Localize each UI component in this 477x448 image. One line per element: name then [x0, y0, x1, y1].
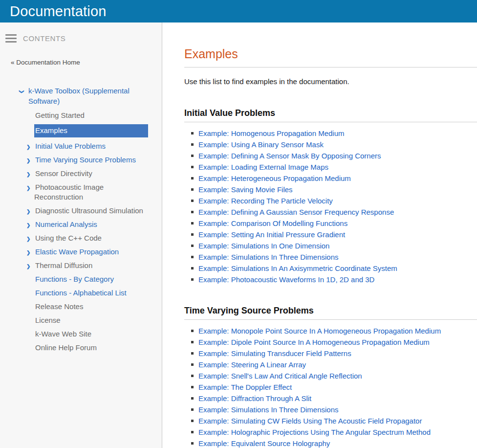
documentation-home-link[interactable]: « Documentation Home: [11, 59, 162, 66]
sidebar-item-time-varying-source-problems[interactable]: ❯Time Varying Source Problems: [34, 155, 148, 165]
list-item: Example: Simulations In An Axisymmetric …: [198, 265, 477, 272]
chevron-right-icon[interactable]: ❯: [26, 156, 30, 166]
example-link-simulating-transducer-field-patterns[interactable]: Example: Simulating Transducer Field Pat…: [198, 349, 351, 358]
chevron-right-icon[interactable]: ❯: [26, 207, 30, 217]
sidebar-item-functions-alphabetical-list[interactable]: Functions - Alphabetical List: [34, 288, 148, 298]
section-heading: Time Varying Source Problems: [184, 306, 477, 316]
example-link-steering-a-linear-array[interactable]: Example: Steering A Linear Array: [198, 360, 306, 369]
example-link-simulations-in-three-dimensions[interactable]: Example: Simulations In Three Dimensions: [198, 253, 339, 261]
sidebar-item-label: Thermal Diffusion: [34, 261, 92, 269]
example-link-loading-external-image-maps[interactable]: Example: Loading External Image Maps: [198, 163, 328, 171]
sidebar-item-elastic-wave-propagation[interactable]: ❯Elastic Wave Propagation: [34, 247, 148, 257]
example-link-diffraction-through-a-slit[interactable]: Example: Diffraction Through A Slit: [198, 394, 311, 403]
list-item: Example: Using A Binary Sensor Mask: [198, 141, 477, 148]
sidebar-item-label: Time Varying Source Problems: [34, 156, 136, 164]
list-item: Example: The Doppler Effect: [198, 383, 477, 391]
sidebar-item-functions-by-category[interactable]: Functions - By Category: [34, 274, 148, 284]
chevron-right-icon[interactable]: ❯: [26, 262, 30, 271]
sidebar-item-initial-value-problems[interactable]: ❯Initial Value Problems: [34, 141, 148, 151]
example-link-saving-movie-files[interactable]: Example: Saving Movie Files: [198, 185, 293, 194]
list-item: Example: Diffraction Through A Slit: [198, 395, 477, 402]
list-item: Example: Simulating CW Fields Using The …: [198, 417, 477, 425]
sidebar-item-k-wave-toolbox[interactable]: ❯ k-Wave Toolbox (Supplemental Software): [28, 86, 150, 106]
sidebar-item-label: Functions - By Category: [34, 275, 114, 283]
chevron-right-icon[interactable]: ❯: [26, 221, 30, 230]
list-item: Example: Defining A Sensor Mask By Oppos…: [198, 152, 477, 159]
example-link-simulations-in-an-axisymmetric-coordinate-system[interactable]: Example: Simulations In An Axisymmetric …: [198, 264, 397, 272]
sidebar-item-label: Numerical Analysis: [34, 220, 97, 228]
example-link-snell-s-law-and-critical-angle-reflection[interactable]: Example: Snell's Law And Critical Angle …: [198, 372, 362, 380]
list-item: Example: Setting An Initial Pressure Gra…: [198, 231, 477, 238]
sidebar-item-getting-started[interactable]: Getting Started: [34, 111, 148, 120]
list-item: Example: Saving Movie Files: [198, 186, 477, 193]
example-link-photoacoustic-waveforms-in-1d-2d-and-3d[interactable]: Example: Photoacoustic Waveforms In 1D, …: [198, 275, 374, 284]
example-link-using-a-binary-sensor-mask[interactable]: Example: Using A Binary Sensor Mask: [198, 140, 324, 149]
main-content: Examples Use this list to find examples …: [162, 22, 477, 448]
example-link-setting-an-initial-pressure-gradient[interactable]: Example: Setting An Initial Pressure Gra…: [198, 230, 345, 239]
section-rule: [184, 122, 477, 122]
example-link-dipole-point-source-in-a-homogeneous-propagation-medium[interactable]: Example: Dipole Point Source In A Homoge…: [198, 338, 430, 346]
chevron-right-icon[interactable]: ❯: [26, 183, 30, 193]
example-link-defining-a-sensor-mask-by-opposing-corners[interactable]: Example: Defining A Sensor Mask By Oppos…: [198, 152, 381, 160]
example-link-equivalent-source-holography[interactable]: Example: Equivalent Source Holography: [198, 439, 330, 448]
contents-toggle[interactable]: CONTENTS: [0, 22, 162, 43]
sidebar-item-label: k-Wave Toolbox (Supplemental Software): [28, 87, 130, 105]
list-item: Example: Steering A Linear Array: [198, 361, 477, 368]
sidebar-item-label: Diagnostic Ultrasound Simulation: [34, 206, 143, 215]
sidebar-item-thermal-diffusion[interactable]: ❯Thermal Diffusion: [34, 261, 148, 270]
chevron-down-icon[interactable]: ❯: [17, 90, 27, 93]
list-item: Example: Comparison Of Modelling Functio…: [198, 220, 477, 227]
list-item: Example: Simulations In Three Dimensions: [198, 253, 477, 261]
sidebar-item-k-wave-web-site[interactable]: k-Wave Web Site: [34, 329, 148, 339]
list-item: Example: Simulations In One Dimension: [198, 242, 477, 249]
sidebar-item-label: Online Help Forum: [34, 343, 97, 352]
example-link-heterogeneous-propagation-medium[interactable]: Example: Heterogeneous Propagation Mediu…: [198, 174, 351, 182]
title-rule: [184, 67, 477, 67]
list-item: Example: Simulating Transducer Field Pat…: [198, 350, 477, 357]
example-list: Example: Homogenous Propagation MediumEx…: [184, 130, 477, 283]
sidebar-item-release-notes[interactable]: Release Notes: [34, 302, 148, 312]
sidebar-item-label: Getting Started: [34, 111, 85, 119]
example-link-recording-the-particle-velocity[interactable]: Example: Recording The Particle Velocity: [198, 197, 333, 205]
sidebar-item-label: Initial Value Problems: [34, 142, 106, 150]
example-link-monopole-point-source-in-a-homogeneous-propagation-medium[interactable]: Example: Monopole Point Source In A Homo…: [198, 327, 441, 335]
sidebar-item-online-help-forum[interactable]: Online Help Forum: [34, 343, 148, 353]
sidebar-item-using-the-c-code[interactable]: ❯Using the C++ Code: [34, 233, 148, 243]
example-sections: Initial Value ProblemsExample: Homogenou…: [184, 108, 477, 447]
section-rule: [184, 319, 477, 320]
example-link-the-doppler-effect[interactable]: Example: The Doppler Effect: [198, 383, 292, 391]
hamburger-icon[interactable]: [5, 34, 17, 43]
sidebar-item-numerical-analysis[interactable]: ❯Numerical Analysis: [34, 220, 148, 229]
sidebar-item-diagnostic-ultrasound-simulation[interactable]: ❯Diagnostic Ultrasound Simulation: [34, 206, 148, 216]
list-item: Example: Equivalent Source Holography: [198, 440, 477, 447]
sidebar-item-examples[interactable]: Examples: [34, 124, 148, 137]
sidebar-item-license[interactable]: License: [34, 315, 148, 325]
chevron-right-icon[interactable]: ❯: [26, 234, 30, 244]
list-item: Example: Homogenous Propagation Medium: [198, 130, 477, 137]
example-link-simulating-cw-fields-using-the-acoustic-field-propagator[interactable]: Example: Simulating CW Fields Using The …: [198, 417, 422, 425]
example-link-holographic-projections-using-the-angular-spectrum-method[interactable]: Example: Holographic Projections Using T…: [198, 428, 431, 436]
example-link-comparison-of-modelling-functions[interactable]: Example: Comparison Of Modelling Functio…: [198, 219, 347, 227]
app-header: Documentation: [0, 0, 477, 22]
chevron-right-icon[interactable]: ❯: [26, 170, 30, 179]
sidebar-item-label: Photoacoustic Image Reconstruction: [34, 183, 104, 201]
sidebar-item-label: Using the C++ Code: [34, 234, 102, 242]
list-item: Example: Photoacoustic Waveforms In 1D, …: [198, 276, 477, 283]
example-link-homogenous-propagation-medium[interactable]: Example: Homogenous Propagation Medium: [198, 129, 345, 137]
toc-tree: ❯ k-Wave Toolbox (Supplemental Software)…: [0, 86, 162, 353]
intro-text: Use this list to find examples in the do…: [184, 77, 477, 86]
example-link-simulations-in-one-dimension[interactable]: Example: Simulations In One Dimension: [198, 242, 329, 250]
example-link-defining-a-gaussian-sensor-frequency-response[interactable]: Example: Defining A Gaussian Sensor Freq…: [198, 208, 394, 216]
page-body: CONTENTS « Documentation Home ❯ k-Wave T…: [0, 22, 477, 448]
chevron-right-icon[interactable]: ❯: [26, 248, 30, 258]
example-link-simulations-in-three-dimensions[interactable]: Example: Simulations In Three Dimensions: [198, 405, 339, 414]
list-item: Example: Monopole Point Source In A Homo…: [198, 327, 477, 335]
sidebar-item-label: Release Notes: [34, 302, 83, 311]
sidebar-item-photoacoustic-image-reconstruction[interactable]: ❯Photoacoustic Image Reconstruction: [34, 182, 148, 202]
sidebar-item-sensor-directivity[interactable]: ❯Sensor Directivity: [34, 169, 148, 179]
list-item: Example: Loading External Image Maps: [198, 163, 477, 171]
sidebar-item-label: Elastic Wave Propagation: [34, 247, 119, 256]
page-title: Examples: [184, 47, 477, 61]
chevron-right-icon[interactable]: ❯: [26, 142, 30, 152]
section-initial-value-problems: Initial Value ProblemsExample: Homogenou…: [184, 108, 477, 283]
